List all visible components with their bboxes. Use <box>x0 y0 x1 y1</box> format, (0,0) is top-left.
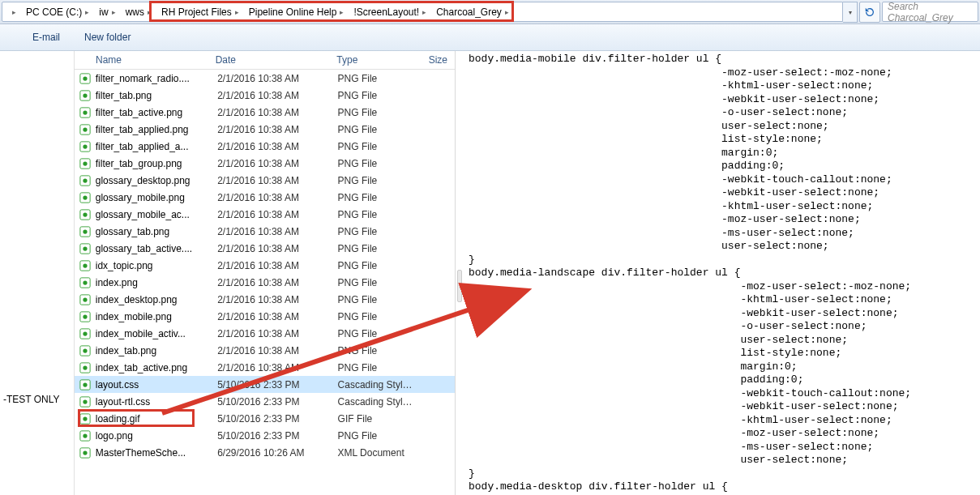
file-row[interactable]: filter_nomark_radio....2/1/2016 10:38 AM… <box>75 70 455 87</box>
column-headers[interactable]: Name Date Type Size <box>75 51 455 70</box>
png-file-icon <box>78 106 92 119</box>
svg-point-3 <box>83 93 87 97</box>
search-placeholder: Search Charcoal_Grey <box>888 1 973 23</box>
png-file-icon <box>78 242 92 255</box>
svg-point-23 <box>83 263 87 267</box>
column-name[interactable]: Name <box>89 51 209 69</box>
column-date[interactable]: Date <box>209 51 331 69</box>
file-type: PNG File <box>332 209 422 220</box>
svg-point-13 <box>83 178 87 182</box>
svg-point-41 <box>83 416 87 420</box>
file-name: glossary_mobile_ac... <box>92 209 211 220</box>
file-type: PNG File <box>332 243 422 254</box>
file-name: layout.css <box>92 379 211 390</box>
file-name: logo.png <box>92 430 211 442</box>
file-row[interactable]: index.png2/1/2016 10:38 AMPNG File <box>75 274 455 291</box>
file-name: glossary_tab.png <box>92 226 211 237</box>
file-row[interactable]: glossary_tab_active....2/1/2016 10:38 AM… <box>75 240 455 257</box>
email-button[interactable]: E-mail <box>32 32 60 43</box>
breadcrumb-item[interactable]: Charcoal_Grey▸ <box>431 2 514 21</box>
file-name: MasterThemeSche... <box>92 447 211 459</box>
refresh-button[interactable] <box>859 2 880 23</box>
file-name: layout-rtl.css <box>92 396 211 408</box>
file-row[interactable]: layout.css5/10/2016 2:33 PMCascading Sty… <box>75 376 455 393</box>
file-row[interactable]: idx_topic.png2/1/2016 10:38 AMPNG File <box>75 257 455 274</box>
breadcrumb-item[interactable]: Pipeline Online Help▸ <box>244 2 349 21</box>
file-name: filter_tab_applied_a... <box>92 141 211 152</box>
png-file-icon <box>78 208 92 221</box>
gif-file-icon <box>78 412 92 425</box>
address-bar: ▸ PC COE (C:)▸iw▸wws▸RH Project Files▸Pi… <box>0 0 980 24</box>
file-date: 2/1/2016 10:38 AM <box>211 294 331 305</box>
navigation-pane[interactable]: -TEST ONLY <box>0 51 75 495</box>
search-input[interactable]: Search Charcoal_Grey <box>882 2 978 22</box>
column-type[interactable]: Type <box>330 51 421 69</box>
file-row[interactable]: index_tab_active.png2/1/2016 10:38 AMPNG… <box>75 359 455 376</box>
file-type: PNG File <box>332 277 422 288</box>
file-date: 5/10/2016 2:33 PM <box>211 430 331 442</box>
file-type: PNG File <box>332 260 422 271</box>
file-type: PNG File <box>332 345 422 356</box>
file-type: GIF File <box>332 413 422 425</box>
file-row[interactable]: filter_tab_applied.png2/1/2016 10:38 AMP… <box>75 121 455 138</box>
file-list[interactable]: filter_nomark_radio....2/1/2016 10:38 AM… <box>75 70 455 495</box>
file-row[interactable]: index_mobile.png2/1/2016 10:38 AMPNG Fil… <box>75 308 455 325</box>
file-type: XML Document <box>332 447 422 459</box>
svg-point-19 <box>83 229 87 233</box>
png-file-icon <box>78 225 92 238</box>
png-file-icon <box>78 157 92 170</box>
file-row[interactable]: index_desktop.png2/1/2016 10:38 AMPNG Fi… <box>75 291 455 308</box>
file-name: index_desktop.png <box>92 294 211 305</box>
file-row[interactable]: MasterThemeSche...6/29/2016 10:26 AMXML … <box>75 444 455 461</box>
svg-point-27 <box>83 297 87 301</box>
breadcrumb-item[interactable]: RH Project Files▸ <box>156 2 244 21</box>
file-row[interactable]: glossary_tab.png2/1/2016 10:38 AMPNG Fil… <box>75 223 455 240</box>
breadcrumb-item[interactable]: iw▸ <box>94 2 120 21</box>
file-row[interactable]: index_mobile_activ...2/1/2016 10:38 AMPN… <box>75 325 455 342</box>
file-date: 2/1/2016 10:38 AM <box>211 175 331 186</box>
file-name: filter_tab_group.png <box>92 158 211 169</box>
breadcrumb-item[interactable]: !ScreenLayout!▸ <box>349 2 431 21</box>
address-dropdown-icon[interactable]: ▾ <box>843 2 858 23</box>
file-row[interactable]: filter_tab.png2/1/2016 10:38 AMPNG File <box>75 87 455 104</box>
file-date: 2/1/2016 10:38 AM <box>211 192 331 203</box>
png-file-icon <box>78 259 92 272</box>
file-date: 6/29/2016 10:26 AM <box>211 447 331 459</box>
nav-item[interactable]: -TEST ONLY <box>3 391 74 408</box>
file-row[interactable]: loading.gif5/10/2016 2:33 PMGIF File <box>75 410 455 427</box>
preview-pane: body.media-mobile div.filter-holder ul {… <box>464 51 980 495</box>
file-name: filter_tab_applied.png <box>92 124 211 135</box>
file-row[interactable]: logo.png5/10/2016 2:33 PMPNG File <box>75 427 455 444</box>
breadcrumb-back-icon[interactable]: ▸ <box>4 2 21 21</box>
svg-point-11 <box>83 161 87 165</box>
file-type: PNG File <box>332 73 422 84</box>
breadcrumb[interactable]: ▸ PC COE (C:)▸iw▸wws▸RH Project Files▸Pi… <box>2 2 843 22</box>
file-date: 2/1/2016 10:38 AM <box>211 345 331 356</box>
png-file-icon <box>78 293 92 306</box>
file-name: glossary_desktop.png <box>92 175 211 186</box>
file-date: 2/1/2016 10:38 AM <box>211 226 331 237</box>
file-row[interactable]: index_tab.png2/1/2016 10:38 AMPNG File <box>75 342 455 359</box>
file-row[interactable]: filter_tab_active.png2/1/2016 10:38 AMPN… <box>75 104 455 121</box>
svg-point-25 <box>83 280 87 284</box>
png-file-icon <box>78 276 92 289</box>
splitter-handle-icon[interactable] <box>457 270 462 302</box>
file-name: index_tab.png <box>92 345 211 356</box>
file-type: PNG File <box>332 124 422 135</box>
column-icon[interactable] <box>75 51 89 69</box>
file-row[interactable]: filter_tab_group.png2/1/2016 10:38 AMPNG… <box>75 155 455 172</box>
file-row[interactable]: glossary_desktop.png2/1/2016 10:38 AMPNG… <box>75 172 455 189</box>
breadcrumb-item[interactable]: wws▸ <box>121 2 156 21</box>
breadcrumb-item[interactable]: PC COE (C:)▸ <box>21 2 94 21</box>
file-row[interactable]: glossary_mobile.png2/1/2016 10:38 AMPNG … <box>75 189 455 206</box>
file-row[interactable]: filter_tab_applied_a...2/1/2016 10:38 AM… <box>75 138 455 155</box>
file-type: PNG File <box>332 90 422 101</box>
file-row[interactable]: layout-rtl.css5/10/2016 2:33 PMCascading… <box>75 393 455 410</box>
file-row[interactable]: glossary_mobile_ac...2/1/2016 10:38 AMPN… <box>75 206 455 223</box>
file-date: 5/10/2016 2:33 PM <box>211 413 331 425</box>
new-folder-button[interactable]: New folder <box>84 32 131 43</box>
file-type: PNG File <box>332 362 422 373</box>
column-size[interactable]: Size <box>421 51 455 69</box>
file-type: PNG File <box>332 328 422 339</box>
splitter[interactable] <box>456 51 464 495</box>
